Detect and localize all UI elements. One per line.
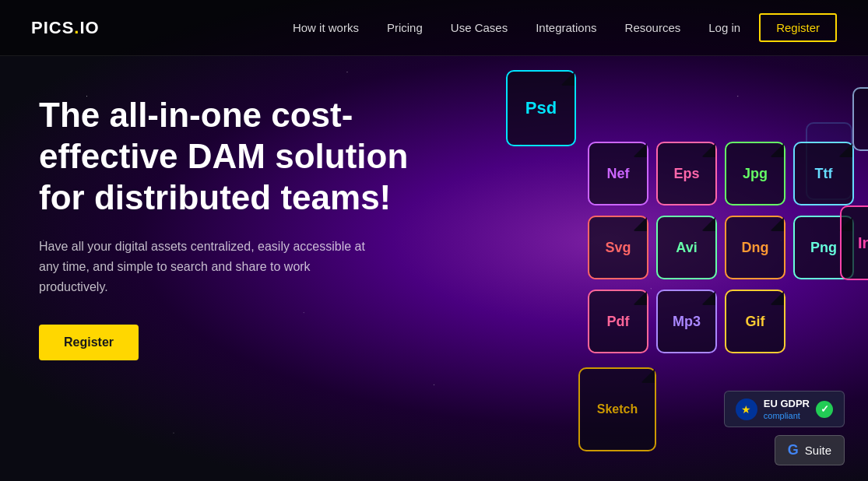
nav-pricing[interactable]: Pricing	[387, 21, 423, 34]
login-link[interactable]: Log in	[708, 21, 740, 34]
nav-links: How it works Pricing Use Cases Integrati…	[293, 21, 680, 34]
logo-text: PICS.IO	[31, 18, 100, 38]
navbar: PICS.IO How it works Pricing Use Cases I…	[0, 0, 868, 56]
nav-resources[interactable]: Resources	[625, 21, 681, 34]
register-button-nav[interactable]: Register	[759, 13, 837, 42]
hero-title: The all-in-one cost-effective DAM soluti…	[39, 95, 413, 218]
logo[interactable]: PICS.IO	[31, 18, 100, 38]
hero-subtitle: Have all your digital assets centralized…	[39, 237, 366, 297]
nav-how-it-works[interactable]: How it works	[293, 21, 359, 34]
register-button-hero[interactable]: Register	[39, 325, 139, 360]
nav-use-cases[interactable]: Use Cases	[451, 21, 508, 34]
hero-section: The all-in-one cost-effective DAM soluti…	[0, 56, 868, 481]
hero-text-block: The all-in-one cost-effective DAM soluti…	[39, 87, 413, 360]
nav-integrations[interactable]: Integrations	[536, 21, 596, 34]
